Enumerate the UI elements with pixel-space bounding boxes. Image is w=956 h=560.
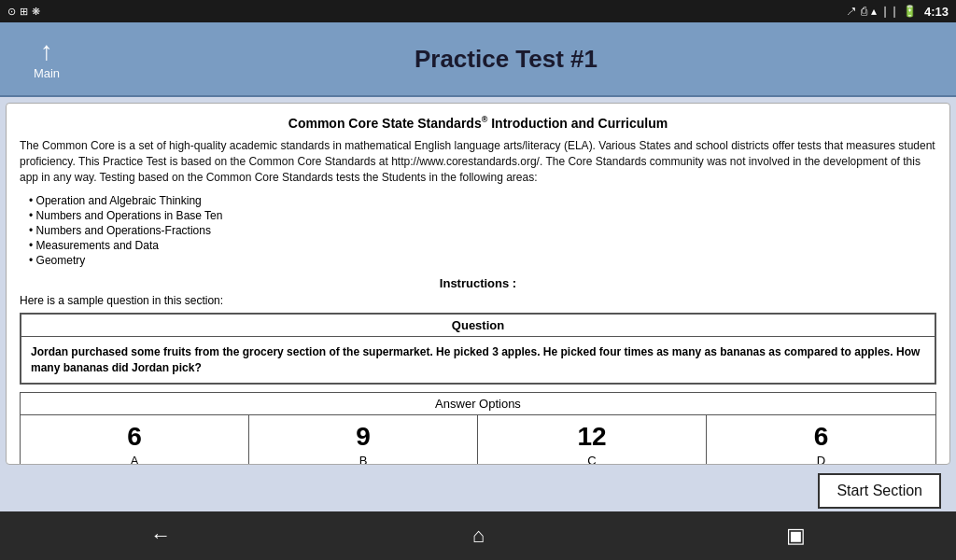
main-nav-label: Main: [34, 66, 60, 80]
answer-letter-c: C: [482, 454, 702, 465]
home-button[interactable]: ⌂: [435, 516, 522, 555]
status-right-icons: ⭧ ⎙ ▴ ❘❘ 🔋 4:13: [846, 5, 949, 19]
instructions-title: Instructions :: [20, 276, 936, 290]
recent-apps-button[interactable]: ▣: [749, 516, 843, 555]
clock: 4:13: [924, 5, 949, 19]
list-item: Measurements and Data: [29, 239, 936, 252]
answer-letter-b: B: [253, 454, 473, 465]
main-content: Common Core State Standards® Introductio…: [0, 97, 956, 470]
answer-options-header: Answer Options: [20, 392, 936, 414]
answer-value-c: 12: [482, 423, 702, 452]
status-bar: ⊙ ⊞ ❋ ⭧ ⎙ ▴ ❘❘ 🔋 4:13: [0, 0, 956, 22]
list-item: Numbers and Operations-Fractions: [29, 224, 936, 237]
list-item: Numbers and Operations in Base Ten: [29, 209, 936, 222]
status-icon-1: ⊙: [7, 6, 16, 18]
intro-text: The Common Core is a set of high-quality…: [20, 138, 936, 187]
question-header: Question: [21, 315, 935, 337]
question-box: Question Jordan purchased some fruits fr…: [20, 313, 936, 385]
android-nav-bar: ← ⌂ ▣: [0, 511, 956, 560]
answer-value-b: 9: [253, 423, 473, 452]
alarm-icon: ⎙: [861, 5, 867, 18]
wifi-icon: ▴: [871, 5, 877, 18]
start-section-button[interactable]: Start Section: [818, 473, 941, 509]
battery-icon: 🔋: [903, 5, 917, 18]
answer-letter-d: D: [710, 454, 932, 465]
status-left-icons: ⊙ ⊞ ❋: [7, 6, 40, 18]
list-item: Operation and Algebraic Thinking: [29, 194, 936, 207]
answer-value-a: 6: [24, 423, 245, 452]
status-icon-2: ⊞: [20, 6, 28, 18]
answer-option-d[interactable]: 6 D: [707, 415, 935, 465]
list-item: Geometry: [29, 254, 936, 267]
answer-option-b[interactable]: 9 B: [249, 415, 478, 465]
up-arrow-icon: ↑: [40, 38, 53, 64]
signal-icon: ❘❘: [880, 5, 899, 18]
status-icon-3: ❋: [32, 6, 40, 18]
main-nav-button[interactable]: ↑ Main: [19, 38, 75, 80]
content-card: Common Core State Standards® Introductio…: [6, 103, 950, 465]
answer-value-d: 6: [710, 423, 932, 452]
answer-option-c[interactable]: 12 C: [478, 415, 707, 465]
page-title: Practice Test #1: [75, 45, 937, 74]
answer-grid: 6 A 9 B 12 C 6 D: [20, 414, 936, 465]
question-body: Jordan purchased some fruits from the gr…: [21, 337, 935, 384]
bluetooth-icon: ⭧: [846, 5, 857, 18]
answer-option-a[interactable]: 6 A: [21, 415, 249, 465]
bullet-list: Operation and Algebraic Thinking Numbers…: [20, 194, 936, 269]
sample-question-label: Here is a sample question in this sectio…: [20, 294, 936, 307]
section-title: Common Core State Standards® Introductio…: [20, 115, 936, 131]
back-button[interactable]: ←: [113, 516, 208, 555]
header: ↑ Main Practice Test #1: [0, 22, 956, 97]
bottom-action-bar: Start Section: [0, 470, 956, 511]
answer-letter-a: A: [24, 454, 245, 465]
